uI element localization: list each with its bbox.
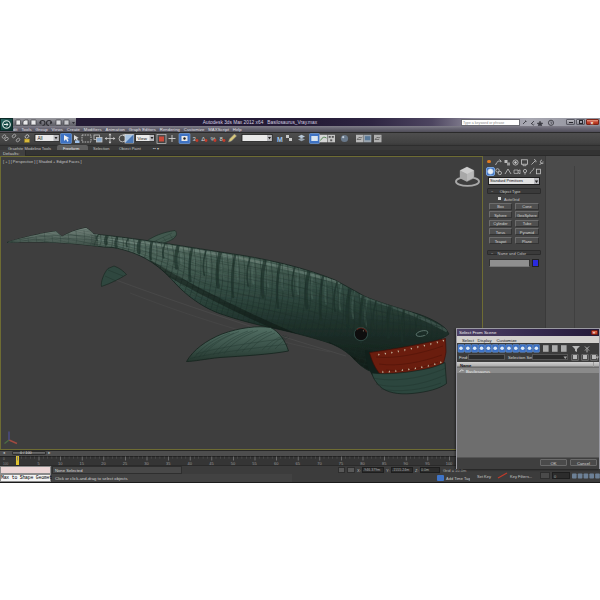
svg-text:75: 75 [339,461,344,466]
svg-text:View: View [138,135,148,140]
svg-text:95: 95 [425,461,430,466]
svg-text:80: 80 [360,461,365,466]
svg-text:60: 60 [274,461,279,466]
svg-text:65: 65 [296,461,301,466]
svg-text:50: 50 [231,461,236,466]
svg-text:0: 0 [3,457,5,461]
svg-text:70: 70 [317,461,322,466]
svg-text:40: 40 [188,461,193,466]
svg-text:All: All [38,135,43,140]
svg-text:85: 85 [382,461,387,466]
svg-text:45: 45 [209,461,214,466]
svg-text:90: 90 [404,461,409,466]
svg-text:20: 20 [101,461,106,466]
svg-text:55: 55 [252,461,257,466]
svg-text:5: 5 [37,461,40,466]
svg-text:30: 30 [144,461,149,466]
svg-text:100: 100 [446,461,453,466]
svg-text:35: 35 [166,461,171,466]
svg-text:15: 15 [80,461,85,466]
svg-text:10: 10 [58,461,63,466]
svg-text:M: M [277,135,283,142]
svg-text:25: 25 [123,461,128,466]
